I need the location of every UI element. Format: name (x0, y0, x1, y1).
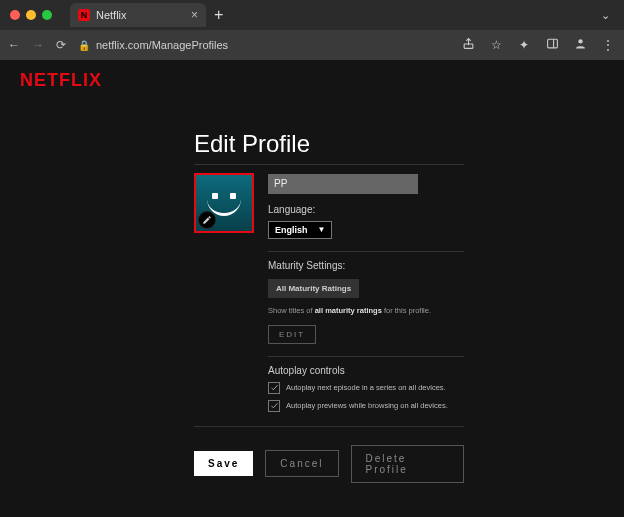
back-button[interactable]: ← (8, 38, 20, 52)
menu-icon[interactable]: ⋮ (600, 38, 616, 52)
language-select[interactable]: English ▼ (268, 221, 332, 239)
language-label: Language: (268, 204, 464, 215)
profile-name-input[interactable] (268, 174, 418, 194)
profile-avatar[interactable] (194, 173, 254, 233)
autoplay-episodes-label: Autoplay next episode in a series on all… (286, 383, 446, 392)
window-minimize-icon[interactable] (26, 10, 36, 20)
autoplay-heading: Autoplay controls (268, 365, 464, 376)
window-close-icon[interactable] (10, 10, 20, 20)
maturity-hint: Show titles of all maturity ratings for … (268, 306, 464, 315)
delete-profile-button[interactable]: Delete Profile (351, 445, 465, 483)
autoplay-previews-checkbox[interactable] (268, 400, 280, 412)
maturity-heading: Maturity Settings: (268, 260, 464, 271)
save-button[interactable]: Save (194, 451, 253, 476)
divider (194, 164, 464, 165)
tab-title: Netflix (96, 9, 191, 21)
netflix-logo[interactable]: NETFLIX (20, 70, 102, 91)
bookmark-icon[interactable]: ☆ (488, 38, 504, 52)
svg-rect-1 (547, 39, 557, 48)
close-tab-icon[interactable]: × (191, 8, 198, 22)
edit-avatar-icon[interactable] (198, 211, 216, 229)
autoplay-previews-label: Autoplay previews while browsing on all … (286, 401, 448, 410)
forward-button[interactable]: → (32, 38, 44, 52)
new-tab-button[interactable]: + (214, 6, 223, 24)
panel-icon[interactable] (544, 37, 560, 53)
favicon-icon: N (78, 9, 90, 21)
maturity-level-badge: All Maturity Ratings (268, 279, 359, 298)
extensions-icon[interactable]: ✦ (516, 38, 532, 52)
url-text: netflix.com/ManageProfiles (96, 39, 228, 51)
share-icon[interactable] (460, 37, 476, 53)
page-title: Edit Profile (194, 130, 464, 158)
tab-overflow-icon[interactable]: ⌄ (601, 9, 610, 22)
lock-icon: 🔒 (78, 40, 90, 51)
language-value: English (275, 225, 308, 235)
window-maximize-icon[interactable] (42, 10, 52, 20)
account-icon[interactable] (572, 37, 588, 53)
address-bar[interactable]: 🔒 netflix.com/ManageProfiles (78, 39, 228, 51)
autoplay-episodes-checkbox[interactable] (268, 382, 280, 394)
reload-button[interactable]: ⟳ (56, 38, 66, 52)
divider (194, 426, 464, 427)
cancel-button[interactable]: Cancel (265, 450, 338, 477)
svg-point-3 (578, 39, 582, 43)
maturity-edit-button[interactable]: Edit (268, 325, 316, 344)
chevron-down-icon: ▼ (318, 225, 326, 234)
browser-tab[interactable]: N Netflix × (70, 3, 206, 27)
